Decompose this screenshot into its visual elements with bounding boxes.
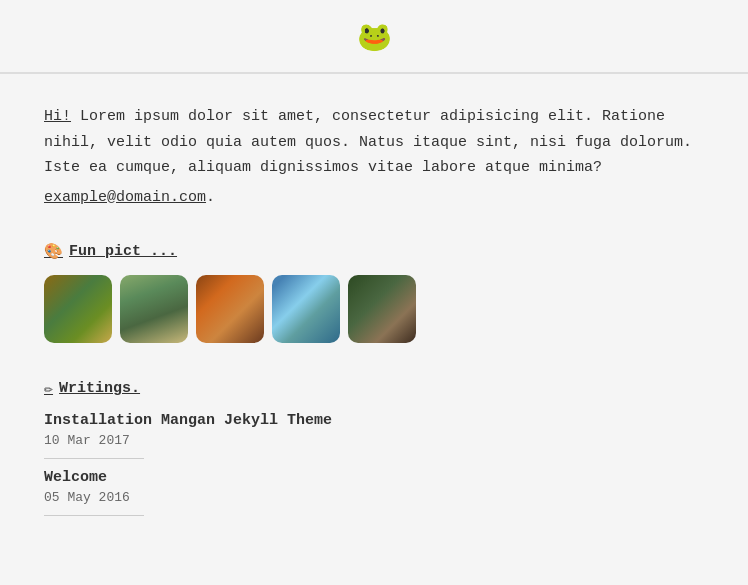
gallery-image-4[interactable] [272,275,340,343]
intro-section: Hi! Lorem ipsum dolor sit amet, consecte… [44,104,704,206]
email-suffix: . [206,189,215,206]
post-separator-1 [44,515,144,516]
post-item-1: Welcome 05 May 2016 [44,469,704,516]
post-date-0: 10 Mar 2017 [44,433,704,448]
image-gallery [44,275,704,343]
hi-link[interactable]: Hi! [44,108,71,125]
writings-label: Writings. [59,380,140,397]
writings-emoji: ✏️ [44,379,53,398]
writings-title: ✏️ Writings. [44,379,704,398]
main-content: Hi! Lorem ipsum dolor sit amet, consecte… [0,74,748,556]
fun-pictures-section: 🎨 Fun pict ... [44,242,704,343]
fun-pictures-title: 🎨 Fun pict ... [44,242,704,261]
gallery-image-2[interactable] [120,275,188,343]
gallery-image-3[interactable] [196,275,264,343]
fun-pictures-emoji: 🎨 [44,242,63,261]
post-title-1[interactable]: Welcome [44,469,704,486]
intro-paragraph: Hi! Lorem ipsum dolor sit amet, consecte… [44,104,704,181]
site-header: 🐸 [0,0,748,73]
post-title-0[interactable]: Installation Mangan Jekyll Theme [44,412,704,429]
fun-pictures-label: Fun pict ... [69,243,177,260]
email-link[interactable]: example@domain.com [44,189,206,206]
post-date-1: 05 May 2016 [44,490,704,505]
post-item-0: Installation Mangan Jekyll Theme 10 Mar … [44,412,704,459]
writings-section: ✏️ Writings. Installation Mangan Jekyll … [44,379,704,516]
intro-body: Lorem ipsum dolor sit amet, consectetur … [44,108,692,176]
frog-logo-icon[interactable]: 🐸 [357,20,392,54]
gallery-image-5[interactable] [348,275,416,343]
post-separator-0 [44,458,144,459]
gallery-image-1[interactable] [44,275,112,343]
